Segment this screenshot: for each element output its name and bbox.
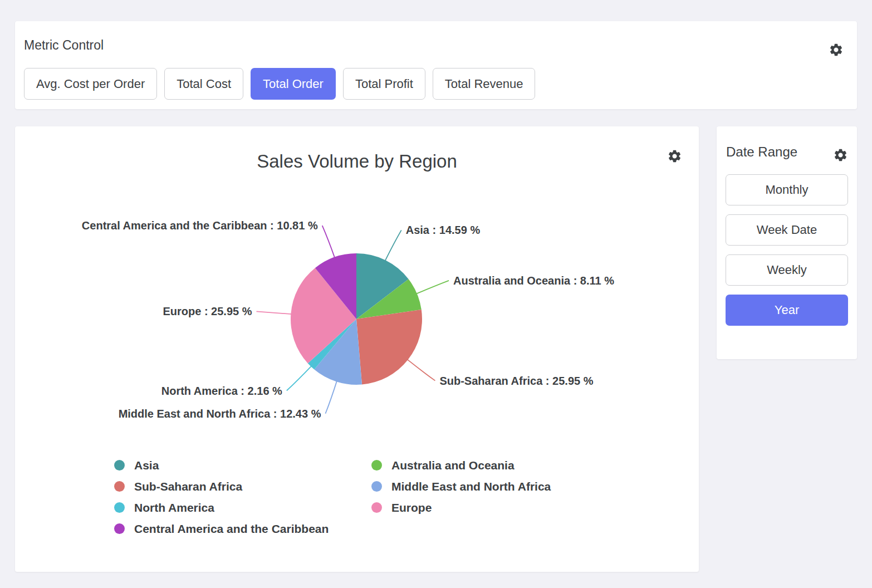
gear-icon — [833, 148, 848, 163]
date-range-button-year[interactable]: Year — [726, 295, 848, 326]
legend-label: Australia and Oceania — [391, 459, 515, 472]
legend-label: Sub-Saharan Africa — [134, 480, 242, 493]
slice-leader-line — [257, 311, 292, 314]
slice-leader-line — [416, 281, 449, 294]
metric-button-total-cost[interactable]: Total Cost — [164, 68, 243, 100]
metric-button-group: Avg. Cost per OrderTotal CostTotal Order… — [24, 68, 535, 100]
legend-dot-icon — [114, 460, 125, 471]
date-range-button-weekly[interactable]: Weekly — [726, 254, 848, 286]
legend-item-north-america[interactable]: North America — [114, 501, 371, 514]
legend-item-europe[interactable]: Europe — [371, 501, 551, 514]
sales-volume-chart-card: Sales Volume by Region Asia : 14.59 %Aus… — [15, 126, 699, 572]
metric-button-avg-cost-per-order[interactable]: Avg. Cost per Order — [24, 68, 157, 100]
slice-label-middle-east-and-north-africa: Middle East and North Africa : 12.43 % — [119, 408, 321, 420]
chart-settings-gear-icon[interactable] — [667, 149, 682, 164]
gear-icon — [829, 42, 844, 57]
metric-button-total-order[interactable]: Total Order — [251, 68, 336, 100]
metric-settings-gear-icon[interactable] — [829, 42, 844, 57]
legend-item-central-america-and-the-caribbean[interactable]: Central America and the Caribbean — [114, 522, 371, 536]
gear-icon — [667, 149, 682, 164]
slice-label-europe: Europe : 25.95 % — [163, 305, 252, 317]
date-range-button-week-date[interactable]: Week Date — [726, 214, 848, 246]
date-range-settings-gear-icon[interactable] — [833, 148, 848, 163]
legend-dot-icon — [114, 502, 125, 513]
legend-dot-icon — [371, 460, 382, 471]
pie-chart: Asia : 14.59 %Australia and Oceania : 8.… — [15, 187, 699, 454]
legend-dot-icon — [371, 502, 382, 513]
metric-button-total-profit[interactable]: Total Profit — [343, 68, 425, 100]
slice-label-asia: Asia : 14.59 % — [406, 224, 481, 236]
date-range-card: Date Range MonthlyWeek DateWeeklyYear — [717, 126, 857, 359]
slice-leader-line — [407, 359, 435, 381]
slice-label-sub-saharan-africa: Sub-Saharan Africa : 25.95 % — [439, 375, 593, 387]
slice-label-central-america-and-the-caribbean: Central America and the Caribbean : 10.8… — [82, 219, 318, 232]
slice-leader-line — [287, 366, 312, 391]
slice-label-australia-and-oceania: Australia and Oceania : 8.11 % — [453, 275, 614, 287]
legend-dot-icon — [114, 523, 125, 534]
legend-dot-icon — [371, 481, 382, 492]
legend-item-asia[interactable]: Asia — [114, 458, 371, 472]
legend-item-australia-and-oceania[interactable]: Australia and Oceania — [371, 458, 551, 472]
date-range-button-group: MonthlyWeek DateWeeklyYear — [726, 174, 848, 326]
metric-button-total-revenue[interactable]: Total Revenue — [433, 68, 536, 100]
legend-label: Asia — [134, 459, 159, 472]
legend-label: North America — [134, 501, 214, 514]
slice-leader-line — [385, 230, 401, 261]
slice-leader-line — [325, 381, 337, 414]
legend-item-sub-saharan-africa[interactable]: Sub-Saharan Africa — [114, 479, 371, 493]
metric-control-card: Metric Control Avg. Cost per OrderTotal … — [15, 21, 857, 109]
slice-label-north-america: North America : 2.16 % — [161, 385, 282, 397]
legend-label: Central America and the Caribbean — [134, 522, 329, 536]
chart-title: Sales Volume by Region — [15, 151, 699, 172]
legend-label: Middle East and North Africa — [391, 480, 551, 493]
chart-legend: AsiaAustralia and OceaniaSub-Saharan Afr… — [114, 458, 551, 536]
date-range-title: Date Range — [726, 144, 797, 160]
date-range-button-monthly[interactable]: Monthly — [726, 174, 848, 205]
legend-item-middle-east-and-north-africa[interactable]: Middle East and North Africa — [371, 479, 551, 493]
pie-slice-sub-saharan-africa[interactable] — [356, 310, 422, 385]
legend-label: Europe — [391, 501, 432, 514]
legend-dot-icon — [114, 481, 125, 492]
metric-control-title: Metric Control — [24, 38, 104, 53]
slice-leader-line — [322, 226, 335, 258]
